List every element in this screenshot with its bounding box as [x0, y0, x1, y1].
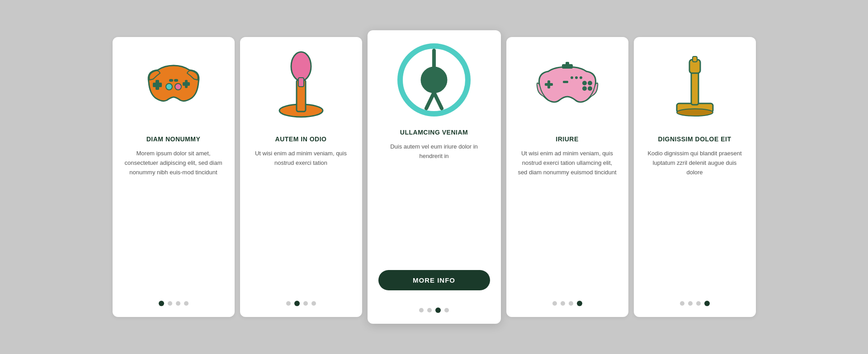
svg-rect-7	[174, 79, 178, 82]
svg-line-17	[434, 93, 442, 108]
card-5-dots	[680, 301, 710, 306]
card-4-title: IRIURE	[556, 135, 578, 143]
card-5-text: Kodio dignissim qui blandit praesent lup…	[645, 149, 745, 292]
svg-rect-11	[298, 78, 304, 87]
cards-container: DIAM NONUMMY Morem ipsum dolor sit amet,…	[85, 12, 783, 342]
svg-point-24	[580, 76, 582, 79]
card-4-text: Ut wisi enim ad minim veniam, quis nostr…	[517, 149, 618, 292]
svg-rect-6	[169, 79, 173, 82]
card-4-dots	[552, 301, 582, 306]
svg-point-23	[575, 76, 578, 79]
dot-3-2	[435, 307, 441, 313]
card-1-dots	[159, 301, 189, 306]
svg-rect-21	[566, 81, 568, 83]
dot-1-0	[159, 301, 164, 306]
svg-point-32	[677, 109, 713, 116]
svg-point-5	[166, 84, 172, 90]
dot-5-1	[688, 301, 693, 306]
card-4-icon	[531, 51, 604, 123]
svg-line-16	[426, 93, 434, 108]
card-3-text: Duis autem vel eum iriure dolor in hendr…	[378, 142, 490, 262]
dot-1-3	[184, 301, 189, 306]
card-5-title: DIGNISSIM DOLOE EIT	[658, 135, 731, 143]
dot-5-0	[680, 301, 684, 306]
dot-4-0	[552, 301, 557, 306]
dot-3-3	[444, 308, 449, 312]
dot-3-1	[427, 308, 432, 312]
dot-5-3	[704, 301, 710, 306]
svg-point-10	[291, 52, 311, 81]
card-1-text: Morem ipsum dolor sit amet, consectetuer…	[123, 149, 224, 292]
svg-rect-19	[545, 83, 553, 86]
svg-point-28	[588, 86, 592, 91]
dot-3-0	[419, 308, 424, 312]
svg-point-22	[571, 76, 573, 79]
svg-point-14	[426, 72, 442, 88]
card-3-title: ULLAMCING VENIAM	[400, 129, 468, 136]
dot-2-2	[303, 301, 308, 306]
card-1-title: DIAM NONUMMY	[146, 135, 201, 143]
card-2-icon	[265, 51, 337, 123]
svg-point-26	[588, 81, 592, 85]
card-3: ULLAMCING VENIAM Duis autem vel eum iriu…	[368, 30, 501, 324]
card-1: DIAM NONUMMY Morem ipsum dolor sit amet,…	[113, 37, 235, 317]
svg-rect-30	[566, 62, 569, 65]
dot-1-2	[176, 301, 180, 306]
dot-4-1	[561, 301, 565, 306]
card-2: AUTEM IN ODIO Ut wisi enim ad minim veni…	[240, 37, 362, 317]
dot-2-1	[294, 301, 300, 306]
card-1-icon	[137, 51, 210, 123]
dot-4-3	[577, 301, 582, 306]
svg-point-27	[582, 86, 587, 91]
dot-2-3	[311, 301, 316, 306]
card-5: DIGNISSIM DOLOE EIT Kodio dignissim qui …	[634, 37, 756, 317]
svg-point-4	[175, 84, 181, 90]
dot-2-0	[286, 301, 291, 306]
svg-rect-3	[183, 82, 190, 86]
svg-rect-1	[153, 83, 162, 87]
dot-1-1	[168, 301, 172, 306]
svg-rect-33	[691, 71, 698, 105]
svg-point-25	[582, 81, 587, 85]
card-5-icon	[659, 51, 731, 123]
dot-4-2	[569, 301, 573, 306]
card-2-dots	[286, 301, 316, 306]
card-3-icon	[398, 44, 470, 116]
svg-rect-35	[693, 56, 697, 62]
more-info-button[interactable]: MORE INFO	[378, 270, 490, 290]
card-2-text: Ut wisi enim ad minim veniam, quis nostr…	[251, 149, 351, 292]
dot-5-2	[696, 301, 701, 306]
card-3-dots	[419, 307, 449, 313]
card-4: IRIURE Ut wisi enim ad minim veniam, qui…	[506, 37, 628, 317]
card-2-title: AUTEM IN ODIO	[275, 135, 327, 143]
